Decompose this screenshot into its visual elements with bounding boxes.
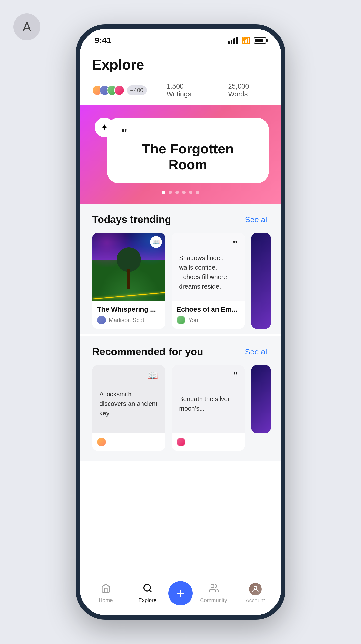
card-1-title: The Whispering ... — [97, 306, 160, 313]
dot-5[interactable] — [189, 191, 192, 194]
status-bar: 9:41 📶 — [80, 29, 281, 49]
recommended-see-all[interactable]: See all — [245, 347, 269, 356]
phone-frame: 9:41 📶 Explore — [76, 24, 286, 620]
stats-row: +400 1,500 Writings 25,000 Words — [80, 78, 281, 106]
featured-banner[interactable]: ✦ " The Forgotten Room — [80, 106, 281, 204]
rec-card-1-text: A locksmith discovers an ancient key... — [100, 382, 158, 426]
rec-card-2-author — [176, 438, 240, 446]
rec-card-2-avatar — [176, 438, 186, 446]
book-icon-1: 📖 — [147, 372, 158, 379]
card-2-author-avatar — [176, 316, 186, 324]
banner-title: The Forgotten Room — [122, 141, 254, 172]
top-left-avatar: A — [14, 14, 40, 40]
card-2-title: Echoes of an Em... — [176, 306, 240, 313]
bottom-spacer — [80, 456, 281, 460]
card-2-author: You — [176, 316, 240, 324]
card-1-author-name: Madison Scott — [109, 317, 146, 324]
rec-card-2-content: " Beneath the silver moon's... — [172, 365, 245, 433]
nav-community[interactable]: Community — [193, 583, 234, 604]
rec-card-1-image: 📖 A locksmith discovers an ancient key..… — [92, 365, 166, 433]
card-1-author-avatar — [97, 316, 106, 324]
card-1-image: 📖 — [92, 233, 166, 301]
rec-card-2[interactable]: " Beneath the silver moon's... — [172, 365, 245, 451]
card-2-quote-mark: " — [233, 240, 238, 248]
rec-card-2-info — [172, 433, 245, 451]
page-wrapper: A 9:41 📶 Exp — [0, 0, 361, 644]
dot-1[interactable] — [162, 191, 165, 194]
avatar-4 — [114, 85, 124, 96]
dot-6[interactable] — [196, 191, 199, 194]
trending-card-2[interactable]: " Shadows linger, walls confide, Echoes … — [172, 233, 245, 329]
card-1-info: The Whispering ... Madison Scott — [92, 301, 166, 329]
trending-section-title: Todays trending — [92, 214, 171, 226]
trending-cards-row: 📖 The Whispering ... Madison Scott — [92, 233, 269, 329]
svg-point-2 — [211, 584, 214, 588]
book-icon-badge: 📖 — [150, 236, 162, 248]
rec-card-1-author — [97, 438, 160, 446]
writings-stat: 1,500 Writings — [166, 82, 208, 98]
explore-icon — [143, 583, 152, 595]
banner-bubble: " The Forgotten Room — [107, 118, 269, 184]
header: Explore — [80, 49, 281, 78]
dot-3[interactable] — [176, 191, 179, 194]
home-icon — [101, 583, 111, 595]
trending-section-header: Todays trending See all — [92, 214, 269, 226]
carousel-dots — [92, 191, 269, 194]
phone-screen: 9:41 📶 Explore — [80, 29, 281, 615]
account-avatar-icon — [249, 583, 262, 596]
explore-label: Explore — [138, 597, 156, 604]
rec-card-1-content: 📖 A locksmith discovers an ancient key..… — [92, 365, 166, 433]
recommended-section-header: Recommended for you See all — [92, 346, 269, 358]
account-label: Account — [246, 598, 265, 604]
card-2-quote-text: Shadows linger, walls confide, Echoes fi… — [179, 251, 238, 294]
rec-card-1-info — [92, 433, 166, 451]
card-2-image: " Shadows linger, walls confide, Echoes … — [172, 233, 245, 301]
rec-card-3-partial — [251, 365, 271, 433]
battery-icon — [254, 37, 266, 44]
recommended-section: Recommended for you See all 📖 A locksmit… — [80, 336, 281, 456]
signal-icon — [228, 37, 238, 44]
home-label: Home — [98, 597, 113, 604]
dot-2[interactable] — [168, 191, 172, 194]
ai-sparkle-icon: ✦ — [95, 118, 114, 137]
plus-count-badge: +400 — [127, 86, 147, 95]
add-button[interactable]: + — [168, 581, 193, 606]
screen-content: Explore +400 1,500 Writings 25,000 Words — [80, 49, 281, 576]
quote-mark-icon: " — [122, 128, 254, 138]
community-icon — [209, 583, 218, 595]
words-stat: 25,000 Words — [228, 82, 269, 98]
nav-explore[interactable]: Explore — [126, 583, 168, 604]
card-2-quote-area: " Shadows linger, walls confide, Echoes … — [172, 233, 245, 301]
quote-mark-2: " — [234, 372, 238, 379]
nav-home[interactable]: Home — [85, 583, 126, 604]
stat-separator-2 — [218, 86, 218, 94]
page-title: Explore — [92, 56, 269, 73]
svg-point-3 — [254, 586, 256, 589]
rec-card-2-text: Beneath the silver moon's... — [179, 382, 238, 426]
trending-card-3-partial — [251, 233, 271, 329]
trending-section: Todays trending See all — [80, 204, 281, 334]
recommended-section-title: Recommended for you — [92, 346, 203, 358]
svg-line-1 — [149, 590, 151, 592]
bottom-nav: Home Explore + — [80, 576, 281, 615]
status-time: 9:41 — [95, 36, 111, 45]
recommended-cards-row: 📖 A locksmith discovers an ancient key..… — [92, 365, 269, 451]
rec-card-2-image: " Beneath the silver moon's... — [172, 365, 245, 433]
card-2-info: Echoes of an Em... You — [172, 301, 245, 329]
stat-separator-1 — [156, 86, 157, 94]
avatars-group: +400 — [92, 85, 147, 96]
wifi-icon: 📶 — [242, 36, 250, 44]
trending-card-1[interactable]: 📖 The Whispering ... Madison Scott — [92, 233, 166, 329]
status-icons: 📶 — [228, 36, 266, 44]
rec-card-1-avatar — [97, 438, 106, 446]
rec-card-1[interactable]: 📖 A locksmith discovers an ancient key..… — [92, 365, 166, 451]
trending-see-all[interactable]: See all — [245, 215, 269, 224]
nav-account[interactable]: Account — [234, 583, 276, 604]
community-label: Community — [200, 597, 227, 604]
card-1-author: Madison Scott — [97, 316, 160, 324]
card-2-author-name: You — [188, 317, 198, 324]
dot-4[interactable] — [182, 191, 186, 194]
